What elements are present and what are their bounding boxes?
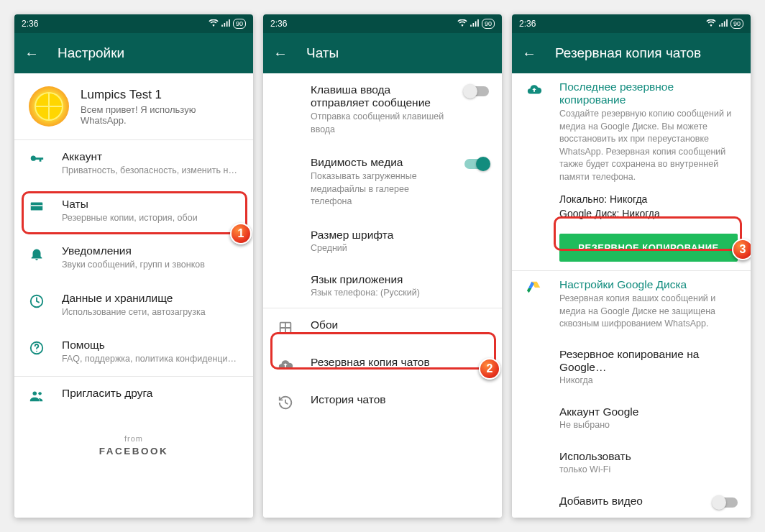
gdrive-desc: Резервная копия ваших сообщений и медиа … <box>559 293 738 331</box>
clock: 2:36 <box>270 19 287 29</box>
font-sub: Средний <box>311 243 489 253</box>
battery-icon: 90 <box>233 19 246 29</box>
help-title: Помощь <box>62 339 240 352</box>
media-sub: Показывать загруженные медиафайлы в гале… <box>311 170 447 208</box>
signal-icon <box>221 19 230 28</box>
media-toggle[interactable] <box>464 159 489 169</box>
battery-icon: 90 <box>482 19 495 29</box>
backup-content: Последнее резервное копирование Создайте… <box>512 73 751 518</box>
chats-item-backup[interactable]: Резервная копия чатов <box>263 346 502 383</box>
settings-item-data[interactable]: Данные и хранилище Использование сети, а… <box>14 282 253 329</box>
chats-item-history[interactable]: История чатов <box>263 383 502 421</box>
chats-content: Клавиша ввода отправляет сообщение Отпра… <box>263 73 502 518</box>
status-right: 90 <box>209 19 246 29</box>
backup-item-account[interactable]: Аккаунт Google Не выбрано <box>512 395 751 440</box>
settings-item-chats[interactable]: Чаты Резервные копии, история, обои <box>14 188 253 235</box>
svg-point-6 <box>38 392 41 395</box>
invite-title: Пригласить друга <box>62 387 240 400</box>
screen-title: Настройки <box>58 45 124 61</box>
net-title: Использовать <box>559 450 738 463</box>
svg-rect-0 <box>31 202 43 210</box>
svg-rect-1 <box>31 205 43 206</box>
profile-row[interactable]: Lumpics Test 1 Всем привет! Я использую … <box>14 73 253 139</box>
chats-title: Чаты <box>62 198 240 211</box>
signal-icon <box>719 19 728 28</box>
settings-item-invite[interactable]: Пригласить друга <box>14 377 253 414</box>
media-title: Видимость медиа <box>311 156 447 169</box>
enter-title: Клавиша ввода отправляет сообщение <box>311 83 447 109</box>
settings-item-notifications[interactable]: Уведомления Звуки сообщений, групп и зво… <box>14 234 253 282</box>
notif-sub: Звуки сообщений, групп и звонков <box>62 259 240 272</box>
last-drive: Google Диск: Никогда <box>559 208 738 219</box>
screen-title: Резервная копия чатов <box>555 45 701 61</box>
people-icon <box>29 388 45 404</box>
profile-status: Всем привет! Я использую WhatsApp. <box>81 104 242 126</box>
screen-title: Чаты <box>306 45 339 61</box>
settings-item-help[interactable]: Помощь FAQ, поддержка, политика конфиден… <box>14 329 253 376</box>
status-right: 90 <box>706 19 743 29</box>
status-bar: 2:36 90 <box>263 14 502 33</box>
chats-item-font[interactable]: Размер шрифта Средний <box>263 219 502 263</box>
video-toggle[interactable] <box>713 497 738 508</box>
status-bar: 2:36 90 <box>14 14 253 33</box>
cloud-upload-icon <box>278 357 293 373</box>
freq-sub: Никогда <box>559 375 738 385</box>
battery-icon: 90 <box>730 19 743 29</box>
backup-now-button[interactable]: РЕЗЕРВНОЕ КОПИРОВАНИЕ <box>559 234 738 262</box>
signal-icon <box>470 19 479 28</box>
gdrive-section: Настройки Google Диска Резервная копия в… <box>512 271 751 338</box>
phone-backup: 2:36 90 ← Резервная копия чатов Последне… <box>512 14 751 518</box>
chats-sub: Резервные копии, история, обои <box>62 212 240 225</box>
phone-chats: 2:36 90 ← Чаты Клавиша ввода отправляет … <box>263 14 502 518</box>
help-icon <box>29 340 45 356</box>
freq-title: Резервное копирование на Google… <box>559 348 738 374</box>
clock: 2:36 <box>22 19 38 29</box>
last-heading: Последнее резервное копирование <box>559 81 738 106</box>
data-sub: Использование сети, автозагрузка <box>62 306 240 319</box>
wallpaper-icon <box>278 320 293 336</box>
status-bar: 2:36 90 <box>512 14 751 33</box>
bell-icon <box>29 246 45 262</box>
backup-item-video[interactable]: Добавить видео <box>512 485 751 518</box>
profile-name: Lumpics Test 1 <box>81 88 242 102</box>
history-title: История чатов <box>311 393 489 406</box>
backup-item-frequency[interactable]: Резервное копирование на Google… Никогда <box>512 338 751 395</box>
chats-item-media[interactable]: Видимость медиа Показывать загруженные м… <box>263 146 502 219</box>
app-bar: ← Резервная копия чатов <box>512 33 751 73</box>
back-icon[interactable]: ← <box>273 45 288 62</box>
enter-toggle[interactable] <box>464 86 489 96</box>
cloud-upload-icon <box>526 82 542 98</box>
back-icon[interactable]: ← <box>24 45 39 62</box>
avatar <box>29 86 69 127</box>
help-sub: FAQ, поддержка, политика конфиденциальн… <box>62 353 240 366</box>
chat-icon <box>29 199 45 215</box>
settings-item-account[interactable]: Аккаунт Приватность, безопасность, измен… <box>14 140 253 188</box>
net-sub: только Wi-Fi <box>559 464 738 474</box>
svg-point-5 <box>33 391 37 395</box>
wall-title: Обои <box>311 318 489 331</box>
wifi-icon <box>209 19 219 28</box>
wifi-icon <box>457 19 467 28</box>
chats-item-lang[interactable]: Язык приложения Язык телефона: (Русский) <box>263 263 502 308</box>
app-bar: ← Настройки <box>14 33 253 73</box>
acct-title: Аккаунт Google <box>559 405 738 418</box>
data-title: Данные и хранилище <box>62 292 240 305</box>
account-sub: Приватность, безопасность, изменить номе… <box>62 165 240 178</box>
gdrive-heading: Настройки Google Диска <box>559 278 738 291</box>
back-icon[interactable]: ← <box>522 45 536 62</box>
last-desc: Создайте резервную копию сообщений и мед… <box>559 108 738 183</box>
from-label: from <box>14 434 253 443</box>
lang-sub: Язык телефона: (Русский) <box>311 288 489 298</box>
backup-item-network[interactable]: Использовать только Wi-Fi <box>512 440 751 485</box>
app-bar: ← Чаты <box>263 33 502 73</box>
last-local: Локально: Никогда <box>559 193 738 205</box>
enter-sub: Отправка сообщений клавишей ввода <box>311 111 447 136</box>
chats-item-enter[interactable]: Клавиша ввода отправляет сообщение Отпра… <box>263 73 502 146</box>
chats-item-wallpaper[interactable]: Обои <box>263 308 502 346</box>
phone-settings: 2:36 90 ← Настройки Lumpics Test 1 Всем … <box>14 14 253 518</box>
acct-sub: Не выбрано <box>559 420 738 430</box>
backup-title: Резервная копия чатов <box>311 356 489 369</box>
google-drive-icon <box>526 280 542 295</box>
account-title: Аккаунт <box>62 150 240 163</box>
notif-title: Уведомления <box>62 244 240 257</box>
